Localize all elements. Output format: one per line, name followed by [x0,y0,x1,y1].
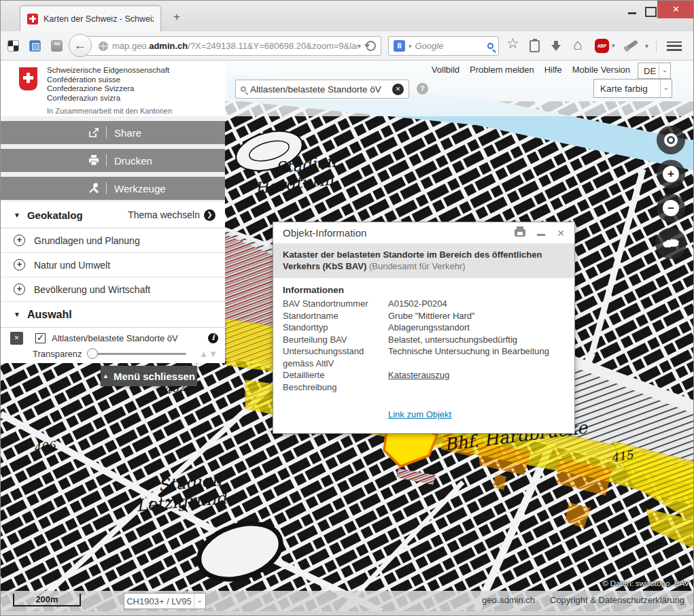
transparency-slider[interactable] [89,353,186,355]
printer-icon [87,154,101,167]
layer-label: Altlasten/belastete Standorte öV [52,333,178,343]
zoom-to-switzerland-button[interactable] [655,228,687,259]
switzerland-icon [661,237,680,250]
info-row: StandortnameGrube "Mittlerer Hard" [283,310,565,322]
link-vollbild[interactable]: Vollbild [432,65,459,75]
popup-section-title: Informationen [283,285,565,295]
link-hilfe[interactable]: Hilfe [544,65,562,75]
site-link[interactable]: geo.admin.ch [482,595,535,605]
object-info-popup: Objekt-Information Kataster der belastet… [273,222,575,434]
web-search-box[interactable]: 8 ▾ [388,36,499,56]
locate-icon [664,133,678,147]
info-row: Detaillierte BeschreibungKatasterauszug [283,369,565,393]
reload-icon[interactable] [366,41,376,51]
toolbar-overflow-icon[interactable] [645,42,648,50]
search-icon [241,86,246,92]
remove-layer-button[interactable] [10,332,23,345]
swiss-flag-favicon [27,14,38,24]
menu-hamburger-icon[interactable] [667,41,682,51]
menu-separator [106,182,107,194]
map-attribution: © Daten: swisstopo, BAV [602,579,689,587]
chevron-down-icon [660,80,672,97]
window-bottom-frame [1,611,694,616]
header-right-band: Vollbild Problem melden Hilfe Mobile Ver… [225,61,694,116]
adblock-icon[interactable]: ABP [595,39,609,53]
maximize-button[interactable] [642,5,657,17]
header-links: Vollbild Problem melden Hilfe Mobile Ver… [432,65,630,75]
popup-title: Objekt-Information [283,227,366,239]
info-row: Untersuchungsstand gemäss AltlVTechnisch… [283,345,565,369]
sidebar-item-drucken[interactable]: Drucken [1,149,225,172]
sidebar-item-werkzeuge[interactable]: Werkzeuge [1,177,225,200]
link-problem-melden[interactable]: Problem melden [470,65,534,75]
brand-panel: Schweizerische Eidgenossenschaft Confédé… [1,61,225,116]
language-select[interactable]: DE [638,63,671,79]
info-row: BAV StandortnummerA01502-P0204 [283,298,565,310]
map-search-box[interactable] [235,80,409,99]
bookmark-star-icon[interactable] [506,35,519,52]
bookmarks-panel-icon[interactable] [530,40,540,52]
category-grundlagen[interactable]: Grundlagen und Planung [1,228,225,253]
clear-search-icon[interactable] [392,84,404,95]
navigation-toolbar: map.geo.admin.ch/?X=249138.11&Y=680698.2… [1,31,693,61]
sidebar-item-label: Werkzeuge [114,183,166,194]
addon-icon-2[interactable] [29,40,41,52]
theme-switch-link[interactable]: Thema wechseln [128,209,215,221]
page-content: Stadion Hardturm Bhf. Hardbrücke Stadion… [1,61,694,611]
zoom-out-button[interactable]: – [657,194,685,222]
geokatalog-header[interactable]: Geokatalog Thema wechseln [1,202,225,228]
sidebar-item-share[interactable]: Share [1,121,225,144]
arrow-right-circle-icon [204,209,215,221]
map-style-select[interactable]: Karte farbig [593,79,672,98]
web-search-input[interactable] [415,41,470,51]
geolocate-button[interactable] [657,126,685,154]
info-row: StandorttypAblagerungsstandort [283,322,565,334]
close-menu-button[interactable]: Menü schliessen [101,366,197,386]
back-button[interactable] [69,34,92,57]
globe-icon [99,41,108,51]
minus-icon: – [663,200,679,216]
swiss-coat-of-arms [19,67,37,90]
expand-plus-icon [14,259,25,271]
popup-title-bar[interactable]: Objekt-Information [273,222,574,243]
projection-select[interactable]: CH1903+ / LV95 [124,593,206,609]
layer-checkbox[interactable] [35,333,46,343]
layer-info-icon[interactable] [208,333,218,343]
menu-separator [106,154,107,167]
close-window-button[interactable] [657,1,694,18]
close-popup-icon[interactable] [557,228,565,239]
katasterauszug-link[interactable]: Katasterauszug [388,369,565,393]
title-bar: Karten der Schweiz - Schweize... + [1,1,693,31]
minimize-button[interactable] [625,5,640,17]
copyright-link[interactable]: Copyright & Datenschutzerklärung [550,595,684,605]
plugin-icon[interactable] [626,39,638,50]
map-search-input[interactable] [250,84,388,95]
category-natur[interactable]: Natur und Umwelt [1,253,225,277]
browser-tab[interactable]: Karten der Schweiz - Schweize... [20,5,161,31]
auswahl-header[interactable]: Auswahl [1,302,225,327]
menu-separator [106,126,107,139]
search-magnifier-icon[interactable] [487,43,493,49]
search-engine-icon[interactable]: 8 [394,40,405,52]
layer-reorder-icons[interactable] [199,349,218,359]
new-tab-button[interactable]: + [168,8,186,26]
slider-handle[interactable] [87,348,98,359]
info-row: Beurteilung BAVBelastet, untersuchungsbe… [283,334,565,346]
link-mobile-version[interactable]: Mobile Version [572,65,630,75]
addon-icon-3[interactable] [51,40,63,52]
print-icon[interactable] [515,229,525,237]
chevron-down-icon [659,63,670,78]
search-engine-dropdown-icon[interactable]: ▾ [409,43,412,50]
popup-subtitle: Kataster der belasteten Standorte im Ber… [273,243,574,278]
minimize-popup-icon[interactable] [537,234,545,236]
url-dropdown-icon[interactable]: ▾ [358,42,361,50]
home-icon[interactable] [573,36,582,54]
addon-icon-1[interactable] [7,40,19,52]
category-bevoelkerung[interactable]: Bevölkerung und Wirtschaft [1,277,225,302]
search-help-icon[interactable] [417,83,428,95]
object-link[interactable]: Link zum Objekt [388,409,565,420]
org-names: Schweizerische Eidgenossenschaft Confédé… [47,66,172,103]
zoom-in-button[interactable]: + [657,160,685,188]
url-bar[interactable]: map.geo.admin.ch/?X=249138.11&Y=680698.2… [80,36,381,56]
adblock-dropdown-icon[interactable] [612,42,615,49]
